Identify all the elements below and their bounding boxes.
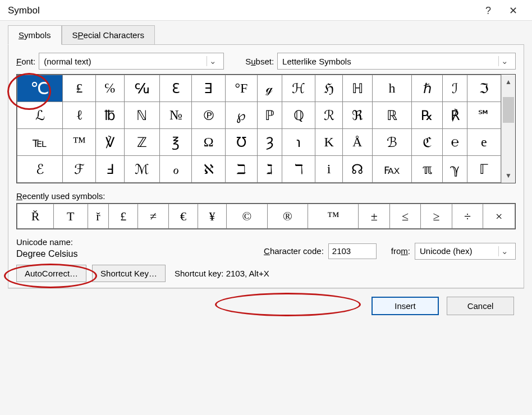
symbol-cell[interactable]: ℴ — [160, 156, 192, 183]
symbol-cell[interactable]: ℊ — [257, 75, 282, 102]
symbol-cell[interactable]: ℷ — [257, 156, 282, 183]
recent-symbol-cell[interactable]: ¥ — [198, 204, 226, 229]
symbol-cell[interactable]: ℸ — [282, 156, 315, 183]
recent-symbol-cell[interactable]: × — [483, 204, 515, 229]
symbol-cell[interactable]: ℗ — [192, 102, 225, 129]
recent-symbol-cell[interactable]: T — [54, 204, 88, 229]
recent-symbol-cell[interactable]: Ř — [17, 204, 54, 229]
symbol-cell[interactable]: ℳ — [124, 156, 160, 183]
symbol-cell[interactable]: ℶ — [225, 156, 257, 183]
symbol-cell[interactable]: ℮ — [443, 129, 467, 156]
symbol-cell[interactable]: ℽ — [443, 156, 467, 183]
dialog-footer: Insert Cancel — [8, 288, 524, 323]
symbol-cell[interactable]: ℠ — [467, 102, 501, 129]
char-code-input[interactable] — [328, 243, 377, 259]
symbol-cell[interactable]: ℘ — [225, 102, 257, 129]
symbol-cell[interactable]: h — [372, 75, 411, 102]
symbol-cell[interactable]: ℰ — [17, 156, 63, 183]
symbol-cell[interactable]: ℐ — [443, 75, 467, 102]
symbol-cell[interactable]: ℌ — [315, 75, 342, 102]
symbol-cell[interactable]: ☊ — [342, 156, 372, 183]
symbol-cell[interactable]: e — [467, 129, 501, 156]
recent-symbol-cell[interactable]: ™ — [308, 204, 359, 229]
insert-button[interactable]: Insert — [372, 297, 439, 315]
symbol-cell[interactable]: °F — [225, 75, 257, 102]
subset-label: Subset: — [245, 57, 274, 66]
symbol-cell[interactable]: ℞ — [412, 102, 443, 129]
tab-symbols[interactable]: Symbols — [8, 25, 62, 45]
symbol-cell[interactable]: ℔ — [95, 102, 124, 129]
symbol-cell[interactable]: ℤ — [124, 129, 160, 156]
symbol-cell[interactable]: ℍ — [342, 75, 372, 102]
symbol-cell[interactable]: ℧ — [225, 129, 257, 156]
symbol-cell[interactable]: ℱ — [63, 156, 95, 183]
symbol-cell[interactable]: № — [160, 102, 192, 129]
close-button[interactable]: ✕ — [501, 4, 525, 17]
help-button[interactable]: ? — [476, 5, 501, 17]
titlebar: Symbol ? ✕ — [0, 0, 532, 21]
symbol-cell[interactable]: ℕ — [124, 102, 160, 129]
unicode-name-label: Unicode name: — [16, 237, 259, 247]
font-combo[interactable]: (normal text) ⌄ — [39, 53, 224, 70]
symbol-cell[interactable]: ℣ — [95, 129, 124, 156]
autocorrect-button[interactable]: AutoCorrect… — [16, 265, 86, 282]
symbol-cell[interactable]: Ⅎ — [95, 156, 124, 183]
symbol-cell[interactable]: Å — [342, 129, 372, 156]
symbol-cell[interactable]: i — [315, 156, 342, 183]
symbol-cell[interactable]: ℒ — [17, 102, 63, 129]
symbol-cell[interactable]: Ω — [192, 129, 225, 156]
symbol-cell[interactable]: ℭ — [412, 129, 443, 156]
recent-symbol-cell[interactable]: £ — [109, 204, 137, 229]
tab-strip: Symbols SPecial Characters — [8, 25, 524, 45]
symbol-cell[interactable]: K — [315, 129, 342, 156]
symbol-cell[interactable]: ℾ — [467, 156, 501, 183]
recent-symbol-cell[interactable]: ≥ — [421, 204, 452, 229]
symbol-cell[interactable]: ℆ — [124, 75, 160, 102]
symbol-cell[interactable]: ℑ — [467, 75, 501, 102]
symbol-dialog: Symbol ? ✕ Symbols SPecial Characters Fo… — [0, 0, 532, 415]
symbol-cell[interactable]: ℼ — [412, 156, 443, 183]
recent-symbol-cell[interactable]: ≠ — [137, 204, 168, 229]
chevron-down-icon: ⌄ — [498, 56, 511, 66]
recent-symbol-cell[interactable]: © — [227, 204, 267, 229]
symbol-cell[interactable]: ℝ — [372, 102, 411, 129]
symbol-cell[interactable]: ℻ — [372, 156, 411, 183]
recent-symbol-cell[interactable]: ± — [359, 204, 389, 229]
recent-symbol-cell[interactable]: ® — [267, 204, 308, 229]
from-combo[interactable]: Unicode (hex) ⌄ — [415, 243, 516, 260]
cancel-button[interactable]: Cancel — [447, 297, 514, 315]
symbol-cell[interactable]: ℩ — [282, 129, 315, 156]
symbol-cell[interactable]: Ȝ — [257, 129, 282, 156]
scrollbar[interactable]: ▲ ▼ — [501, 75, 515, 183]
scroll-up-icon[interactable]: ▲ — [502, 75, 515, 89]
symbol-cell[interactable]: ℅ — [95, 75, 124, 102]
symbol-cell[interactable]: ℏ — [412, 75, 443, 102]
symbol-cell[interactable]: ℋ — [282, 75, 315, 102]
tab-special-characters[interactable]: SPecial Characters — [62, 25, 155, 45]
symbol-cell[interactable]: ℟ — [443, 102, 467, 129]
recent-symbol-cell[interactable]: ř — [88, 204, 109, 229]
symbol-cell[interactable]: ℚ — [282, 102, 315, 129]
subset-combo[interactable]: Letterlike Symbols ⌄ — [277, 53, 516, 70]
symbol-cell[interactable]: ™ — [63, 129, 95, 156]
shortcut-key-button[interactable]: Shortcut Key… — [92, 265, 166, 282]
symbol-grid: ℃₤℅℆ℇƎ°Fℊℋℌℍhℏℐℑℒℓ℔ℕ№℗℘ℙℚℛℜℝ℞℟℠℡™℣ℤ℥Ω℧Ȝ℩… — [16, 74, 516, 183]
symbol-cell[interactable]: ℃ — [17, 75, 63, 102]
recent-symbol-cell[interactable]: € — [169, 204, 198, 229]
symbol-cell[interactable]: ℡ — [17, 129, 63, 156]
symbol-cell[interactable]: ℵ — [192, 156, 225, 183]
scroll-down-icon[interactable]: ▼ — [502, 168, 515, 183]
symbol-cell[interactable]: Ǝ — [192, 75, 225, 102]
symbol-cell[interactable]: ℜ — [342, 102, 372, 129]
symbol-cell[interactable]: ℓ — [63, 102, 95, 129]
recent-symbol-cell[interactable]: ÷ — [452, 204, 483, 229]
symbol-cell[interactable]: ℙ — [257, 102, 282, 129]
symbol-cell[interactable]: ℇ — [160, 75, 192, 102]
symbol-cell[interactable]: ℥ — [160, 129, 192, 156]
symbol-cell[interactable]: ℬ — [372, 129, 411, 156]
symbol-cell[interactable]: ₤ — [63, 75, 95, 102]
recent-symbol-cell[interactable]: ≤ — [389, 204, 420, 229]
symbol-cell[interactable]: ℛ — [315, 102, 342, 129]
chevron-down-icon: ⌄ — [207, 56, 219, 66]
window-title: Symbol — [8, 5, 476, 16]
